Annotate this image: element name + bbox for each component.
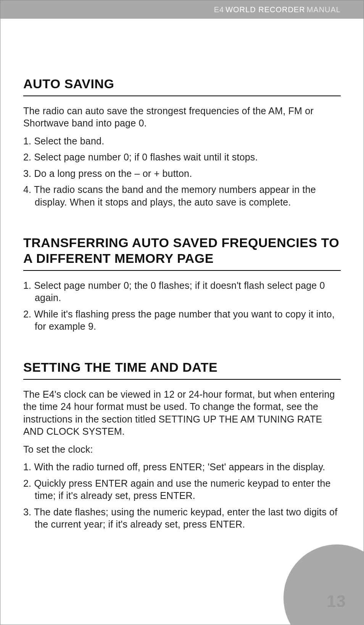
header-bar: E4 WORLD RECORDER MANUAL xyxy=(0,0,364,19)
section-heading: SETTING THE TIME AND DATE xyxy=(23,359,341,380)
content-area: AUTO SAVING The radio can auto save the … xyxy=(0,19,364,531)
header-main: WORLD RECORDER xyxy=(225,5,305,14)
ordered-list: 1. Select page number 0; the 0 flashes; … xyxy=(23,279,341,333)
list-item: 2. Quickly press ENTER again and use the… xyxy=(23,477,341,502)
list-item: 3. The date flashes; using the numeric k… xyxy=(23,506,341,531)
manual-page: E4 WORLD RECORDER MANUAL AUTO SAVING The… xyxy=(0,0,364,625)
section-auto-saving: AUTO SAVING The radio can auto save the … xyxy=(23,76,341,208)
list-item: 1. Select the band. xyxy=(23,135,341,147)
ordered-list: 1. With the radio turned off, press ENTE… xyxy=(23,461,341,531)
header-suffix: MANUAL xyxy=(307,5,341,14)
section-heading: AUTO SAVING xyxy=(23,76,341,96)
list-item: 1. With the radio turned off, press ENTE… xyxy=(23,461,341,473)
section-prelist: To set the clock: xyxy=(23,443,341,456)
section-intro: The radio can auto save the strongest fr… xyxy=(23,105,341,130)
list-item: 2. While it's flashing press the page nu… xyxy=(23,308,341,333)
section-transferring: TRANSFERRING AUTO SAVED FREQUENCIES TO A… xyxy=(23,235,341,333)
ordered-list: 1. Select the band. 2. Select page numbe… xyxy=(23,135,341,209)
list-item: 1. Select page number 0; the 0 flashes; … xyxy=(23,279,341,304)
section-intro: The E4's clock can be viewed in 12 or 24… xyxy=(23,388,341,438)
list-item: 2. Select page number 0; if 0 flashes wa… xyxy=(23,151,341,164)
section-time-date: SETTING THE TIME AND DATE The E4's clock… xyxy=(23,359,341,531)
section-heading: TRANSFERRING AUTO SAVED FREQUENCIES TO A… xyxy=(23,235,341,271)
list-item: 4. The radio scans the band and the memo… xyxy=(23,183,341,208)
list-item: 3. Do a long press on the – or + button. xyxy=(23,167,341,180)
page-number: 13 xyxy=(327,592,346,611)
header-prefix: E4 xyxy=(214,5,224,14)
page-corner-decoration xyxy=(283,544,364,625)
